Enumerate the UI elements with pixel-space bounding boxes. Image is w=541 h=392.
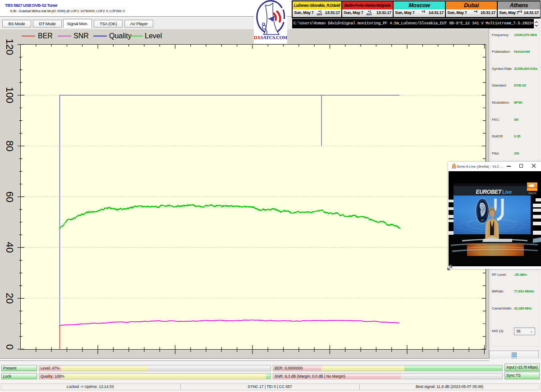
svg-text:Live: Live [502,189,512,195]
svg-text:DIRETTA: DIRETTA [528,192,536,195]
svg-text:EUROBET: EUROBET [476,189,502,195]
svg-text:1907: 1907 [481,219,484,221]
